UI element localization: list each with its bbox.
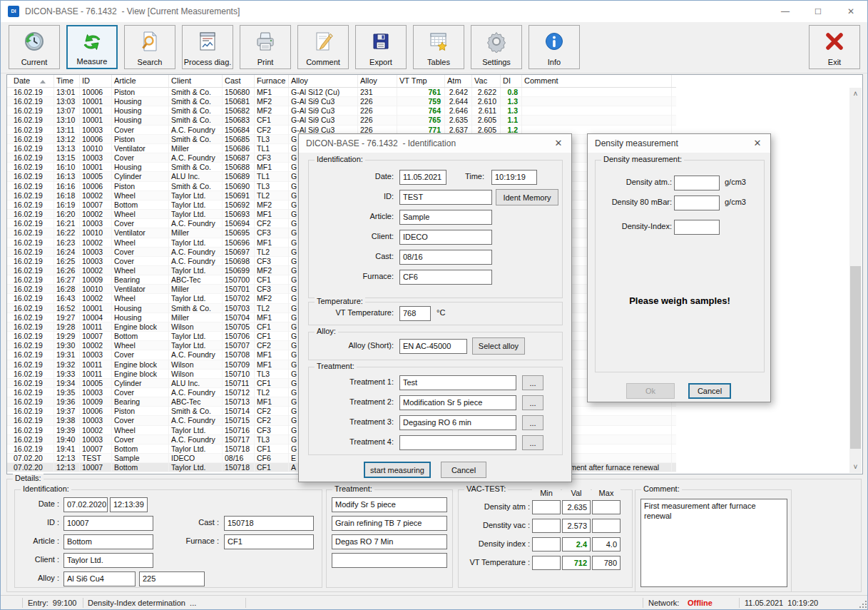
table-cell: G-Al Si9 Cu3 <box>289 116 358 125</box>
toolbar-button-process-diag-[interactable]: Process diag. <box>182 25 233 69</box>
scroll-up-icon[interactable]: ˄ <box>849 88 862 100</box>
scrollbar-thumb[interactable] <box>850 266 861 449</box>
resize-grip[interactable] <box>858 599 867 608</box>
select-alloy-button[interactable]: Select alloy <box>472 337 525 355</box>
details-treatment-3-field[interactable]: Degas RO 7 Min <box>332 534 447 549</box>
details-furnace-field[interactable]: CF1 <box>224 534 314 549</box>
details-date-field[interactable]: 07.02.2020 <box>63 497 108 512</box>
details-alloy-number-field[interactable]: 225 <box>139 571 205 586</box>
table-cell <box>522 106 672 116</box>
treatment-4-field[interactable] <box>399 435 516 450</box>
toolbar-button-search[interactable]: Search <box>124 25 175 69</box>
details-treatment-2-field[interactable]: Grain refining TB 7 piece <box>332 516 447 531</box>
details-article-field[interactable]: Bottom <box>63 534 153 549</box>
table-cell: 07.02.20 <box>11 463 54 472</box>
table-cell: Housing <box>112 313 169 322</box>
details-alloy-field[interactable]: Al Si6 Cu4 <box>63 571 136 586</box>
ident-memory-button[interactable]: Ident Memory <box>496 189 558 205</box>
column-header-client[interactable]: Client <box>169 75 223 87</box>
ident-cast-field[interactable]: 08/16 <box>399 250 492 265</box>
table-row[interactable]: 16.02.1913:1010001HousingSmith & Co.1506… <box>7 116 676 125</box>
density-cancel-button[interactable]: Cancel <box>688 383 731 399</box>
maximize-icon[interactable]: ☐ <box>802 1 834 22</box>
column-header-alloy[interactable]: Alloy <box>358 75 397 87</box>
column-header-furnace[interactable]: Furnace <box>255 75 289 87</box>
table-cell: Wilson <box>169 370 223 379</box>
vt-temperature-field[interactable]: 768 <box>399 306 431 321</box>
treatment-label: Treatment 2: <box>308 397 394 406</box>
treatment-1-field[interactable]: Test <box>399 375 516 390</box>
column-header-id[interactable]: ID <box>80 75 112 87</box>
treatment-3-field[interactable]: Degasing RO 6 min <box>399 415 516 430</box>
toolbar-button-measure[interactable]: Measure <box>66 25 118 69</box>
toolbar-button-tables[interactable]: Tables <box>413 25 464 69</box>
column-header-atm[interactable]: Atm <box>445 75 472 87</box>
toolbar-button-exit[interactable]: Exit <box>809 25 860 69</box>
table-cell: Cover <box>112 388 169 397</box>
clock-history-icon <box>23 29 46 54</box>
toolbar-button-print[interactable]: Print <box>240 25 291 69</box>
table-cell: 10002 <box>80 426 112 435</box>
column-header-vt-tmp[interactable]: VT Tmp <box>397 75 445 87</box>
details-treatment-1-field[interactable]: Modify Sr 5 piece <box>332 497 447 512</box>
column-header-di[interactable]: DI <box>501 75 522 87</box>
details-id-field[interactable]: 10007 <box>63 516 153 531</box>
close-icon[interactable]: ✕ <box>749 137 766 150</box>
details-comment-textarea[interactable]: First measurement after furnace renewal <box>640 499 787 587</box>
density-field-3[interactable] <box>674 220 720 235</box>
ident-client-field[interactable]: IDECO <box>399 230 492 245</box>
toolbar-button-label: Process diag. <box>184 58 232 66</box>
toolbar-button-info[interactable]: Info <box>529 25 580 69</box>
toolbar-button-export[interactable]: Export <box>355 25 407 69</box>
column-header-comment[interactable]: Comment <box>522 75 672 87</box>
table-row[interactable]: 16.02.1913:0310001HousingSmith & Co.1506… <box>7 97 676 106</box>
weigh-samples-message: Please weigh samples! <box>595 295 765 306</box>
details-client-field[interactable]: Taylor Ltd. <box>63 553 153 568</box>
alloy-short-field[interactable]: EN AC-45000 <box>399 339 467 354</box>
density-field-2[interactable] <box>674 195 720 210</box>
treatment-4-browse-button[interactable]: ... <box>522 435 543 450</box>
table-cell: TEST <box>80 454 112 463</box>
table-cell: Wheel <box>112 341 169 350</box>
table-cell: A.C. Foundry <box>169 416 223 425</box>
details-time-field[interactable]: 12:13:39 <box>110 497 148 512</box>
column-header-alloy[interactable]: Alloy <box>289 75 358 87</box>
column-header-cast[interactable]: Cast <box>223 75 255 87</box>
vactest-row-label: Density atm : <box>459 502 530 511</box>
table-row[interactable]: 16.02.1913:0110006PistonSmith & Co.15068… <box>7 88 676 97</box>
minimize-icon[interactable]: — <box>769 1 802 22</box>
density-ok-button[interactable]: Ok <box>626 383 675 399</box>
column-header-article[interactable]: Article <box>112 75 169 87</box>
table-cell: ABC-Tec <box>169 397 223 407</box>
scroll-down-icon[interactable]: ˅ <box>849 461 862 473</box>
column-header-vac[interactable]: Vac <box>472 75 501 87</box>
toolbar-button-current[interactable]: Current <box>9 25 60 69</box>
treatment-2-field[interactable]: Modification Sr 5 piece <box>399 395 516 410</box>
treatment-2-browse-button[interactable]: ... <box>522 395 543 410</box>
table-cell: 10002 <box>80 210 112 219</box>
ident-article-field[interactable]: Sample <box>399 210 492 225</box>
ident-furnace-field[interactable]: CF6 <box>399 270 492 285</box>
details-treatment-4-field[interactable] <box>332 553 447 568</box>
vertical-scrollbar[interactable]: ˄ ˅ <box>849 88 862 473</box>
close-icon[interactable]: ✕ <box>550 137 567 150</box>
status-bar: Entry: 99:100 Density-Index determinatio… <box>1 595 868 610</box>
ident-date-field[interactable]: 11.05.2021 <box>399 170 446 185</box>
ident-cancel-button[interactable]: Cancel <box>441 462 486 478</box>
toolbar-button-settings[interactable]: Settings <box>471 25 522 69</box>
treatment-3-browse-button[interactable]: ... <box>522 415 543 430</box>
table-cell: CF1 <box>255 444 289 454</box>
close-icon[interactable]: ✕ <box>834 1 867 22</box>
toolbar-button-comment[interactable]: Comment <box>297 25 349 69</box>
table-row[interactable]: 16.02.1913:0710001HousingSmith & Co.1506… <box>7 106 676 116</box>
start-measuring-button[interactable]: start measuring <box>364 462 431 478</box>
column-header-time[interactable]: Time <box>54 75 80 87</box>
table-cell: 19:41 <box>54 444 80 454</box>
column-header-date[interactable]: Date <box>11 75 54 87</box>
ident-id-field[interactable]: TEST <box>399 190 492 205</box>
treatment-1-browse-button[interactable]: ... <box>522 375 543 390</box>
table-cell: 226 <box>358 116 397 125</box>
details-cast-field[interactable]: 150718 <box>224 516 314 531</box>
density-field-1[interactable] <box>674 176 720 190</box>
ident-time-field[interactable]: 10:19:19 <box>491 170 537 185</box>
